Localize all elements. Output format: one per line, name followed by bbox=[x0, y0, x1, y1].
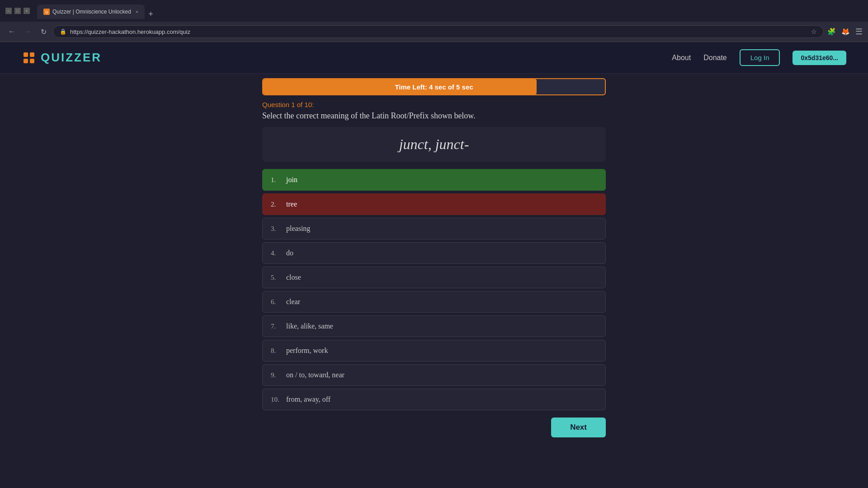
about-link[interactable]: About bbox=[672, 54, 691, 62]
option-label: clear bbox=[286, 298, 300, 306]
url-display: https://quizzer-hackathon.herokuapp.com/… bbox=[70, 28, 190, 35]
option-number: 4. bbox=[271, 249, 282, 257]
word-display: junct, junct- bbox=[262, 127, 606, 162]
option-number: 8. bbox=[271, 347, 282, 355]
answer-option-8[interactable]: 8.perform, work bbox=[262, 340, 606, 361]
options-list: 1.join2.tree3.pleasing4.do5.close6.clear… bbox=[262, 169, 606, 413]
option-label: join bbox=[286, 176, 297, 184]
profile-icon[interactable]: 🦊 bbox=[841, 28, 850, 36]
close-window-button[interactable]: × bbox=[24, 8, 30, 14]
forward-button[interactable]: → bbox=[22, 26, 34, 38]
option-number: 9. bbox=[271, 371, 282, 379]
app-logo: QUIZZER bbox=[22, 51, 102, 65]
answer-option-1[interactable]: 1.join bbox=[262, 169, 606, 191]
minimize-button[interactable]: ─ bbox=[5, 8, 12, 14]
option-number: 10. bbox=[271, 396, 282, 404]
menu-icon[interactable]: ☰ bbox=[855, 27, 863, 37]
svg-rect-3 bbox=[30, 59, 34, 63]
answer-option-7[interactable]: 7.like, alike, same bbox=[262, 315, 606, 337]
new-tab-button[interactable]: + bbox=[148, 9, 153, 19]
bookmark-icon[interactable]: ☆ bbox=[811, 28, 817, 35]
app-navbar: QUIZZER About Donate Log In 0x5d31e60... bbox=[0, 42, 868, 74]
svg-rect-2 bbox=[24, 59, 28, 63]
answer-option-9[interactable]: 9.on / to, toward, near bbox=[262, 364, 606, 386]
option-label: pleasing bbox=[286, 225, 310, 233]
option-number: 3. bbox=[271, 225, 282, 233]
option-label: do bbox=[286, 249, 293, 257]
option-number: 2. bbox=[271, 201, 282, 208]
option-label: close bbox=[286, 273, 301, 282]
option-number: 7. bbox=[271, 323, 282, 330]
security-icon: 🔒 bbox=[60, 28, 66, 35]
question-number: Question 1 of 10: bbox=[262, 101, 606, 108]
login-button[interactable]: Log In bbox=[740, 49, 780, 66]
option-label: perform, work bbox=[286, 347, 328, 355]
svg-rect-1 bbox=[30, 52, 34, 57]
timer-bar: Time Left: 4 sec of 5 sec bbox=[262, 78, 606, 95]
svg-rect-0 bbox=[24, 52, 28, 57]
close-tab-button[interactable]: × bbox=[136, 9, 138, 14]
option-number: 5. bbox=[271, 274, 282, 282]
next-button[interactable]: Next bbox=[551, 418, 606, 437]
logo-text: QUIZZER bbox=[41, 51, 102, 65]
maximize-button[interactable]: □ bbox=[14, 8, 21, 14]
option-label: tree bbox=[286, 200, 297, 208]
answer-option-5[interactable]: 5.close bbox=[262, 267, 606, 288]
option-label: from, away, off bbox=[286, 395, 330, 404]
answer-option-10[interactable]: 10.from, away, off bbox=[262, 389, 606, 410]
answer-option-4[interactable]: 4.do bbox=[262, 242, 606, 264]
answer-option-3[interactable]: 3.pleasing bbox=[262, 218, 606, 239]
answer-option-2[interactable]: 2.tree bbox=[262, 193, 606, 215]
donate-link[interactable]: Donate bbox=[703, 54, 727, 62]
back-button[interactable]: ← bbox=[5, 26, 18, 38]
next-btn-wrapper: Next bbox=[262, 418, 606, 437]
refresh-button[interactable]: ↻ bbox=[38, 26, 49, 38]
timer-text: Time Left: 4 sec of 5 sec bbox=[395, 83, 473, 91]
option-label: like, alike, same bbox=[286, 322, 333, 330]
extensions-icon[interactable]: 🧩 bbox=[827, 28, 836, 36]
browser-tab[interactable]: Q Quizzer | Omniscience Unlocked × bbox=[37, 5, 145, 19]
nav-links: About Donate Log In 0x5d31e60... bbox=[672, 49, 846, 66]
tab-favicon: Q bbox=[43, 9, 50, 15]
address-bar[interactable]: 🔒 https://quizzer-hackathon.herokuapp.co… bbox=[53, 25, 824, 38]
wallet-button[interactable]: 0x5d31e60... bbox=[793, 51, 846, 65]
option-number: 6. bbox=[271, 298, 282, 306]
tab-title: Quizzer | Omniscience Unlocked bbox=[52, 9, 131, 15]
option-label: on / to, toward, near bbox=[286, 371, 344, 379]
question-text: Select the correct meaning of the Latin … bbox=[262, 111, 606, 121]
answer-option-6[interactable]: 6.clear bbox=[262, 291, 606, 313]
logo-icon bbox=[22, 51, 36, 65]
quiz-container: Time Left: 4 sec of 5 sec Question 1 of … bbox=[262, 78, 606, 437]
latin-word: junct, junct- bbox=[399, 136, 469, 152]
option-number: 1. bbox=[271, 176, 282, 184]
